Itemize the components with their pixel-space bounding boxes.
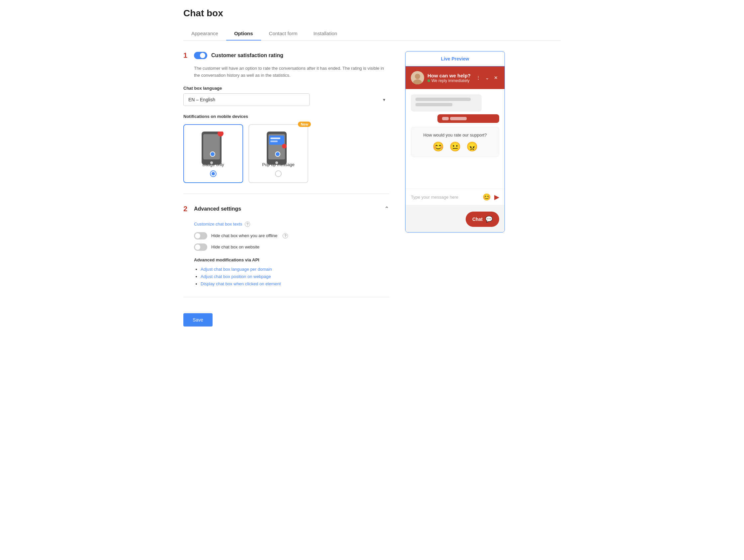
agent-avatar <box>411 71 424 84</box>
chat-bubble-button[interactable]: Chat 💬 <box>466 212 499 227</box>
popup-message-image <box>262 132 295 158</box>
customize-texts-row: Customize chat box texts ? <box>194 221 389 227</box>
chat-emoji-button[interactable]: 😊 <box>483 193 491 201</box>
api-link-item-1: Adjust chat box position on webpage <box>200 274 389 279</box>
hide-offline-help-icon[interactable]: ? <box>283 233 288 238</box>
hide-offline-row: Hide chat box when you are offline ? <box>194 232 389 239</box>
happy-emoji[interactable]: 😊 <box>433 142 444 151</box>
tab-options[interactable]: Options <box>226 27 261 40</box>
main-layout: 1 Customer satisfaction rating The custo… <box>183 51 561 327</box>
svg-point-7 <box>275 161 278 164</box>
tabs-bar: Appearance Options Contact form Installa… <box>183 27 561 40</box>
popup-message-card[interactable]: New <box>249 124 308 183</box>
svg-point-12 <box>275 152 280 156</box>
language-select-wrapper: EN – English ▾ <box>183 94 389 106</box>
chat-widget: How can we help? We reply immediately ⋮ … <box>406 67 505 232</box>
chat-input-placeholder[interactable]: Type your message here <box>411 195 479 200</box>
msg-line-2 <box>415 103 452 106</box>
api-link-0[interactable]: Adjust chat box language per domain <box>200 267 272 272</box>
svg-rect-8 <box>269 136 284 145</box>
notifications-label: Notifications on mobile devices <box>183 114 389 119</box>
badge-only-image <box>197 132 230 158</box>
customize-help-icon[interactable]: ? <box>245 222 250 227</box>
section-divider <box>183 194 389 194</box>
chat-header-title: How can we help? <box>427 73 471 78</box>
svg-point-14 <box>415 74 420 79</box>
msg-line-1 <box>415 98 471 101</box>
left-panel: 1 Customer satisfaction rating The custo… <box>183 51 389 327</box>
customize-texts-link[interactable]: Customize chat box texts <box>194 222 242 227</box>
chat-bubble-icon: 💬 <box>485 216 492 223</box>
api-title: Advanced modifications via API <box>194 257 389 262</box>
chat-menu-button[interactable]: ⋮ <box>475 74 482 81</box>
advanced-section-header[interactable]: 2 Advanced settings ⌃ <box>183 202 389 216</box>
svg-rect-9 <box>270 138 280 139</box>
language-label: Chat box language <box>183 86 389 91</box>
new-badge: New <box>298 121 311 127</box>
reply-message <box>438 114 499 123</box>
page-title: Chat box <box>183 8 561 18</box>
chat-minimize-button[interactable]: ⌄ <box>484 74 491 81</box>
chat-bubble-container: Chat 💬 <box>406 205 505 232</box>
chat-header-info: How can we help? We reply immediately <box>427 73 471 83</box>
api-link-item-0: Adjust chat box language per domain <box>200 266 389 272</box>
avatar-icon <box>411 71 424 84</box>
advanced-content: Customize chat box texts ? Hide chat box… <box>194 221 389 286</box>
chat-header-actions: ⋮ ⌄ ✕ <box>475 74 499 81</box>
api-link-item-2: Display chat box when clicked on element <box>200 281 389 286</box>
chevron-up-icon: ⌃ <box>384 205 389 213</box>
live-preview-container: Live Preview How can <box>405 51 505 232</box>
hide-website-toggle[interactable] <box>194 244 207 251</box>
rating-question: How would you rate our support? <box>416 133 493 138</box>
chat-header-subtitle: We reply immediately <box>427 78 471 83</box>
section-1-header: 1 Customer satisfaction rating <box>183 51 389 60</box>
svg-rect-10 <box>270 141 278 142</box>
chat-bubble-label: Chat <box>472 217 483 222</box>
section-1: 1 Customer satisfaction rating The custo… <box>183 51 389 183</box>
rating-emojis: 😊 😐 😠 <box>416 142 493 151</box>
language-select[interactable]: EN – English <box>183 94 309 106</box>
reply-line-1 <box>442 117 449 120</box>
tab-installation[interactable]: Installation <box>305 27 345 40</box>
chat-body: How would you rate our support? 😊 😐 😠 <box>406 89 505 189</box>
chat-close-button[interactable]: ✕ <box>492 74 499 81</box>
bottom-divider <box>183 297 389 297</box>
satisfaction-rating-label: Customer satisfaction rating <box>211 52 283 59</box>
hide-offline-toggle[interactable] <box>194 232 207 239</box>
hide-offline-label: Hide chat box when you are offline <box>211 233 277 238</box>
save-button[interactable]: Save <box>183 313 213 327</box>
reply-line-2 <box>450 117 467 120</box>
advanced-title-group: 2 Advanced settings <box>183 204 241 213</box>
notification-options: Badge only New <box>183 124 389 183</box>
live-preview-header: Live Preview <box>406 51 505 67</box>
api-link-1[interactable]: Adjust chat box position on webpage <box>200 274 271 279</box>
section-1-number: 1 <box>183 51 190 60</box>
badge-only-radio[interactable] <box>210 171 217 177</box>
chat-send-button[interactable]: ▶ <box>494 193 499 201</box>
advanced-settings-title: Advanced settings <box>194 206 241 212</box>
online-indicator <box>427 79 430 82</box>
popup-phone-icon <box>265 132 292 168</box>
chat-header: How can we help? We reply immediately ⋮ … <box>406 67 505 89</box>
badge-only-card[interactable]: Badge only <box>183 124 243 183</box>
popup-message-radio[interactable] <box>275 171 282 177</box>
rating-block: How would you rate our support? 😊 😐 😠 <box>411 127 499 157</box>
svg-point-11 <box>282 144 287 148</box>
tab-contact-form[interactable]: Contact form <box>261 27 305 40</box>
incoming-message <box>411 94 482 112</box>
sad-emoji[interactable]: 😠 <box>466 142 478 151</box>
tab-appearance[interactable]: Appearance <box>183 27 226 40</box>
satisfaction-rating-toggle[interactable] <box>194 52 207 59</box>
neutral-emoji[interactable]: 😐 <box>449 142 461 151</box>
section-2: 2 Advanced settings ⌃ Customize chat box… <box>183 202 389 286</box>
svg-point-2 <box>210 161 213 164</box>
section-2-number: 2 <box>183 204 190 213</box>
satisfaction-description: The customer will have an option to rate… <box>194 65 389 79</box>
api-links-list: Adjust chat box language per domain Adju… <box>194 266 389 286</box>
page-container: Chat box Appearance Options Contact form… <box>173 0 571 334</box>
badge-only-phone-icon <box>200 132 226 168</box>
chat-footer: Type your message here 😊 ▶ <box>406 189 505 205</box>
select-arrow-icon: ▾ <box>383 97 385 102</box>
api-link-2[interactable]: Display chat box when clicked on element <box>200 281 281 286</box>
svg-point-4 <box>210 152 215 156</box>
